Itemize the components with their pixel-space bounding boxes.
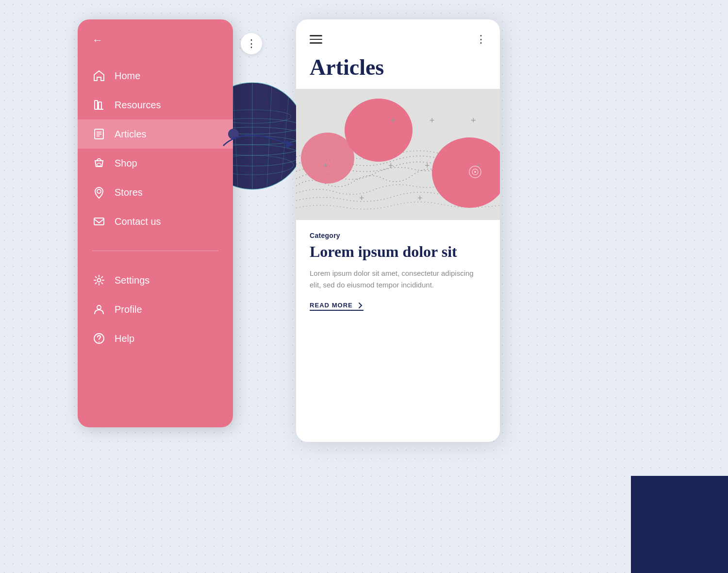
left-panel: ← ⋮ Home — [78, 19, 233, 427]
svg-point-31 — [474, 171, 476, 173]
page-title: Articles — [296, 51, 500, 89]
stores-icon — [92, 185, 106, 199]
target-icon — [467, 164, 483, 180]
nav-item-resources[interactable]: Resources — [78, 90, 233, 119]
svg-rect-22 — [94, 218, 104, 225]
main-container: ← ⋮ Home — [78, 19, 500, 442]
svg-point-24 — [97, 305, 101, 309]
panel-header: ← — [78, 34, 233, 56]
article-image: + + + + + + + + + — [296, 89, 500, 220]
profile-icon — [92, 303, 106, 316]
plus-sign-6: + — [425, 161, 430, 171]
nav-label-resources: Resources — [115, 100, 161, 111]
article-title: Lorem ipsum dolor sit — [310, 242, 486, 261]
nav-item-home[interactable]: Home — [78, 61, 233, 90]
plus-sign-4: + — [323, 161, 328, 171]
plus-sign-1: + — [391, 116, 396, 126]
read-more-button[interactable]: READ MORE — [310, 302, 364, 311]
nav-label-settings: Settings — [115, 275, 149, 286]
contact-icon — [92, 215, 106, 228]
hamburger-menu[interactable] — [310, 35, 322, 44]
nav-item-shop[interactable]: Shop — [78, 149, 233, 178]
svg-rect-14 — [99, 102, 101, 109]
right-panel: ⋮ Articles — [296, 19, 500, 442]
plus-sign-3: + — [471, 116, 476, 126]
active-indicator — [228, 129, 239, 139]
phone-header: ⋮ — [296, 19, 500, 51]
pink-blob-2 — [301, 133, 354, 184]
three-dots-menu[interactable]: ⋮ — [241, 33, 262, 54]
settings-icon — [92, 273, 106, 287]
shop-icon — [92, 156, 106, 170]
hamburger-line-3 — [310, 42, 322, 44]
nav-divider — [92, 251, 218, 251]
svg-point-21 — [97, 189, 101, 193]
help-icon — [92, 332, 106, 345]
corner-block — [631, 476, 728, 573]
article-content: Category Lorem ipsum dolor sit Lorem ips… — [296, 220, 500, 320]
nav-label-help: Help — [115, 333, 134, 344]
back-button[interactable]: ← — [92, 34, 103, 47]
nav-label-articles: Articles — [115, 129, 147, 140]
svg-point-23 — [98, 279, 101, 282]
plus-sign-9: + — [417, 193, 423, 203]
article-category: Category — [310, 232, 486, 239]
svg-marker-27 — [285, 140, 294, 148]
nav-item-articles[interactable]: Articles — [78, 119, 233, 149]
nav-label-home: Home — [115, 70, 140, 82]
nav-item-contact[interactable]: Contact us — [78, 207, 233, 236]
svg-point-20 — [97, 163, 101, 166]
svg-rect-13 — [95, 101, 98, 109]
chevron-right-icon — [357, 302, 364, 309]
plus-sign-2: + — [430, 116, 435, 126]
resources-icon — [92, 98, 106, 112]
nav-section-bottom: Settings Profile — [78, 261, 233, 358]
nav-item-help[interactable]: Help — [78, 324, 233, 353]
nav-item-stores[interactable]: Stores — [78, 178, 233, 207]
article-body: Lorem ipsum dolor sit amet, consectetur … — [310, 268, 486, 291]
nav-label-stores: Stores — [115, 187, 143, 198]
hamburger-line-2 — [310, 39, 322, 40]
read-more-label: READ MORE — [310, 302, 353, 309]
nav-section-main: Home Resources — [78, 56, 233, 241]
plus-sign-5: + — [388, 161, 394, 171]
nav-item-profile[interactable]: Profile — [78, 295, 233, 324]
nav-label-shop: Shop — [115, 158, 137, 169]
nav-label-profile: Profile — [115, 304, 142, 315]
articles-icon — [92, 127, 106, 141]
phone-three-dots-menu[interactable]: ⋮ — [476, 33, 486, 46]
plus-sign-8: + — [359, 193, 364, 203]
nav-item-settings[interactable]: Settings — [78, 266, 233, 295]
home-icon — [92, 69, 106, 83]
hamburger-line-1 — [310, 35, 322, 36]
nav-label-contact: Contact us — [115, 216, 161, 227]
pink-blob-1 — [345, 99, 413, 162]
svg-point-26 — [99, 341, 99, 342]
